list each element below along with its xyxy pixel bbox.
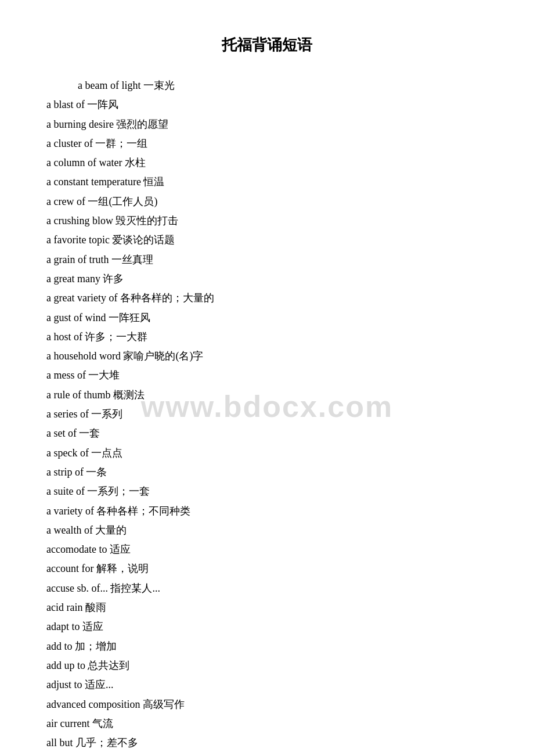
content-line: adapt to 适应: [46, 617, 488, 636]
content-line: a gust of wind 一阵狂风: [46, 308, 488, 327]
content-line: all but 几乎；差不多: [46, 733, 488, 753]
page-title: 托福背诵短语: [46, 35, 488, 55]
content-line: a suite of 一系列；一套: [46, 482, 488, 501]
content-line: a crushing blow 毁灭性的打击: [46, 211, 488, 231]
content-line: a household word 家喻户晓的(名)字: [46, 347, 488, 366]
content-line: all night long 整晚: [46, 753, 488, 756]
content-line: a host of 许多；一大群: [46, 327, 488, 347]
content-line: a strip of 一条: [46, 463, 488, 482]
content-line: air current 气流: [46, 714, 488, 733]
content-line: a great many 许多: [46, 269, 488, 289]
content-line: accuse sb. of... 指控某人...: [46, 579, 488, 598]
content-line: a blast of 一阵风: [46, 95, 488, 114]
content-line: a crew of 一组(工作人员): [46, 192, 488, 211]
content-line: a speck of 一点点: [46, 444, 488, 463]
content-line: a wealth of 大量的: [46, 521, 488, 540]
content-line: account for 解释，说明: [46, 559, 488, 578]
content-line: a mess of 一大堆: [46, 366, 488, 385]
content-line: a cluster of 一群；一组: [46, 134, 488, 153]
content-line: a beam of light 一束光: [46, 76, 488, 95]
content-line: a burning desire 强烈的愿望: [46, 115, 488, 134]
content-line: acid rain 酸雨: [46, 598, 488, 617]
content-line: a favorite topic 爱谈论的话题: [46, 231, 488, 250]
content-line: a set of 一套: [46, 424, 488, 443]
content-line: a variety of 各种各样；不同种类: [46, 502, 488, 521]
content-line: a column of water 水柱: [46, 153, 488, 172]
content-line: add up to 总共达到: [46, 656, 488, 675]
content-line: a great variety of 各种各样的；大量的: [46, 289, 488, 308]
content-line: add to 加；增加: [46, 637, 488, 656]
content-line: accomodate to 适应: [46, 540, 488, 559]
content-line: advanced composition 高级写作: [46, 695, 488, 714]
content-line: adjust to 适应...: [46, 675, 488, 694]
content-line: a series of 一系列: [46, 405, 488, 424]
content-line: a grain of truth 一丝真理: [46, 250, 488, 269]
content-line: a rule of thumb 概测法: [46, 386, 488, 405]
content-line: a constant temperature 恒温: [46, 172, 488, 192]
content-area: a beam of light 一束光a blast of 一阵风a burni…: [46, 76, 488, 756]
